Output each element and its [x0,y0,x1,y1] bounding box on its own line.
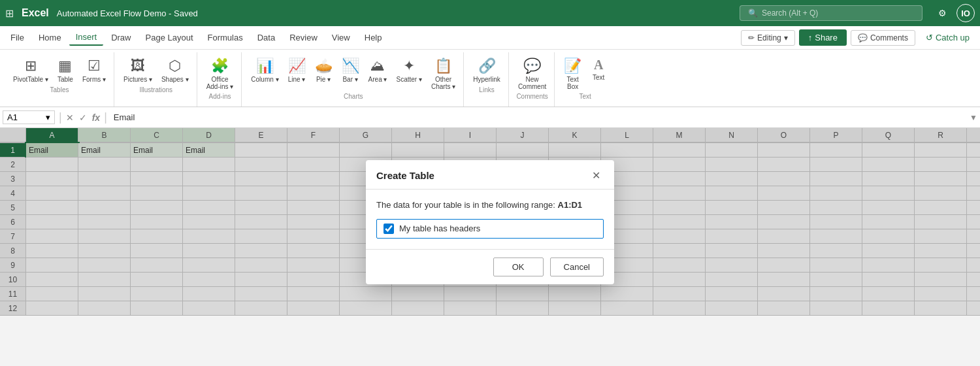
expand-icon[interactable]: ▼ [970,113,977,122]
ribbon-pivottable[interactable]: ⊞ PivotTable ▾ [9,55,52,86]
menu-data[interactable]: Data [251,30,282,45]
catchup-label: Catch up [936,33,970,42]
column-icon: 📊 [256,58,274,75]
ribbon-forms[interactable]: ☑ Forms ▾ [78,55,110,86]
menu-home[interactable]: Home [32,30,68,45]
dialog-title: Create Table [376,170,434,181]
spreadsheet: A B C D E F G H I J K L M N O P Q R S 1 … [0,128,980,316]
hyperlink-label: Hyperlink [473,76,500,83]
cell-ref-dropdown: ▾ [46,112,50,122]
dialog-description: The data for your table is in the follow… [376,200,604,210]
ribbon-text[interactable]: A Text [587,55,610,84]
scatter-icon: ✦ [403,58,415,75]
area-icon: ⛰ [370,58,385,75]
formula-separator2: | [104,110,107,124]
ok-button[interactable]: OK [493,258,544,276]
app-logo: Excel [22,7,49,19]
ribbon-group-addins: 🧩 OfficeAdd-ins ▾ Add-ins [199,52,242,107]
table-label: Table [57,76,73,83]
comments-icon: 💬 [858,33,868,42]
pictures-icon: 🖼 [131,58,145,75]
app-icon-area: ⊞ [5,7,14,20]
dialog-range: A1:D1 [558,200,583,210]
line-label: Line ▾ [288,76,306,83]
formula-icons: ✕ ✓ fx [66,112,100,123]
cell-reference[interactable]: A1 ▾ [3,110,55,124]
forms-label: Forms ▾ [82,76,106,83]
dialog-close-button[interactable]: ✕ [588,168,604,184]
headers-checkbox[interactable] [384,224,394,234]
ribbon-addins[interactable]: 🧩 OfficeAdd-ins ▾ [203,55,238,93]
ribbon-area[interactable]: ⛰ Area ▾ [365,55,391,86]
ribbon-group-illustrations: 🖼 Pictures ▾ ⬡ Shapes ▾ Illustrations [116,52,197,107]
ribbon-hyperlink[interactable]: 🔗 Hyperlink [469,55,504,86]
pencil-icon: ✏ [748,33,755,42]
dialog-header: Create Table ✕ [366,160,614,190]
comments-group-label: Comments [516,93,547,100]
editing-button[interactable]: ✏ Editing ▾ [741,30,795,46]
share-button[interactable]: ↑ Share [799,29,847,46]
addins-group-label: Add-ins [209,93,231,100]
ribbon-scatter[interactable]: ✦ Scatter ▾ [392,55,425,86]
ribbon-column[interactable]: 📊 Column ▾ [247,55,282,86]
menu-file[interactable]: File [4,30,31,45]
ribbon-table[interactable]: ▦ Table [54,55,77,86]
title-bar-right: ⚙ IO [933,4,975,22]
menu-bar: File Home Insert Draw Page Layout Formul… [0,26,980,50]
create-table-dialog: Create Table ✕ The data for your table i… [366,160,614,284]
cancel-formula-icon[interactable]: ✕ [66,112,74,123]
tables-group-label: Tables [50,86,69,93]
ribbon-new-comment[interactable]: 💬 NewComment [514,55,550,93]
dialog-body: The data for your table is in the follow… [366,190,614,249]
shapes-icon: ⬡ [169,58,181,75]
menu-draw[interactable]: Draw [105,30,137,45]
textbox-icon: 📝 [564,58,581,75]
ribbon-shapes[interactable]: ⬡ Shapes ▾ [157,55,193,86]
formula-content[interactable]: Email [111,111,967,124]
area-label: Area ▾ [368,76,387,83]
ribbon: ⊞ PivotTable ▾ ▦ Table ☑ Forms ▾ Tables … [0,50,980,107]
ribbon-bar[interactable]: 📉 Bar ▾ [338,55,363,86]
ribbon-line[interactable]: 📈 Line ▾ [284,55,310,86]
grid-icon: ⊞ [5,7,14,20]
catchup-button[interactable]: ↺ Catch up [919,30,976,45]
addins-label: OfficeAdd-ins ▾ [206,76,234,90]
settings-icon[interactable]: ⚙ [933,4,951,22]
ribbon-pie[interactable]: 🥧 Pie ▾ [311,55,336,86]
illustrations-group-label: Illustrations [140,86,173,93]
formula-bar: A1 ▾ | ✕ ✓ fx | Email ▼ [0,107,980,128]
ribbon-group-tables: ⊞ PivotTable ▾ ▦ Table ☑ Forms ▾ Tables [5,52,114,107]
menu-insert[interactable]: Insert [69,29,104,46]
text-group-label: Text [580,93,591,100]
fx-icon[interactable]: fx [92,112,100,123]
ribbon-group-comments: 💬 NewComment Comments [510,52,555,107]
avatar[interactable]: IO [956,4,975,22]
share-icon: ↑ [808,33,813,42]
menu-formulas[interactable]: Formulas [201,30,250,45]
editing-label: Editing [757,33,781,42]
menu-view[interactable]: View [325,30,357,45]
menu-review[interactable]: Review [283,30,324,45]
other-charts-label: OtherCharts ▾ [431,76,455,90]
menu-right: ✏ Editing ▾ ↑ Share 💬 Comments ↺ Catch u… [741,29,976,46]
checkbox-row: My table has headers [376,219,604,239]
ribbon-pictures[interactable]: 🖼 Pictures ▾ [120,55,156,86]
menu-pagelayout[interactable]: Page Layout [139,30,200,45]
hyperlink-icon: 🔗 [478,58,496,75]
cancel-button[interactable]: Cancel [550,258,604,276]
comments-button[interactable]: 💬 Comments [851,30,915,46]
ribbon-group-text: 📝 TextBox A Text Text [556,52,614,107]
links-group-label: Links [479,86,494,93]
comments-label: Comments [870,33,908,42]
document-title: Automated Excel Flow Demo - Saved [57,8,734,18]
share-label: Share [815,33,838,42]
search-placeholder: Search (Alt + Q) [762,8,818,18]
menu-help[interactable]: Help [358,30,389,45]
dialog-desc-text: The data for your table is in the follow… [376,200,555,210]
bar-label: Bar ▾ [342,76,357,83]
ribbon-textbox[interactable]: 📝 TextBox [560,55,585,93]
title-bar: ⊞ Excel Automated Excel Flow Demo - Save… [0,0,980,26]
confirm-formula-icon[interactable]: ✓ [79,112,87,123]
ribbon-other-charts[interactable]: 📋 OtherCharts ▾ [427,55,459,93]
search-bar[interactable]: 🔍 Search (Alt + Q) [740,5,923,21]
